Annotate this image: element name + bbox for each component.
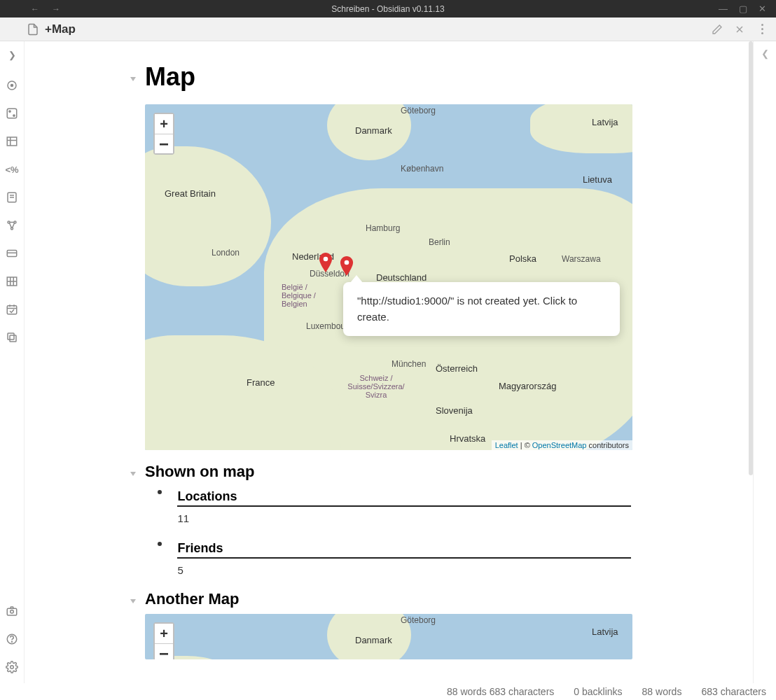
zoom-control: + − — [153, 622, 174, 659]
svg-rect-29 — [10, 335, 16, 342]
right-sidebar-collapsed: ❯ — [754, 41, 776, 683]
expand-sidebar-icon[interactable]: ❯ — [6, 48, 18, 61]
status-chars: 683 characters — [701, 686, 766, 697]
bullet-icon — [158, 542, 162, 546]
svg-point-15 — [11, 227, 13, 230]
status-bar: 88 words 683 characters 0 backlinks 88 w… — [0, 683, 776, 700]
status-wordcount-left: 88 words 683 characters — [447, 686, 554, 697]
card-icon[interactable] — [6, 247, 18, 260]
fold-icon[interactable] — [130, 599, 136, 603]
graph-icon[interactable] — [6, 219, 18, 232]
zoom-in-button[interactable]: + — [155, 624, 173, 643]
svg-line-16 — [9, 223, 11, 227]
scrollbar[interactable] — [749, 41, 753, 475]
svg-rect-7 — [7, 137, 17, 146]
svg-point-36 — [324, 257, 328, 262]
map-label: Lietuva — [583, 174, 612, 185]
table-icon[interactable] — [6, 135, 18, 148]
svg-point-2 — [11, 84, 14, 88]
list-item: Friends 5 — [158, 538, 632, 576]
popup-text: "http://studio1:9000/" is not created ye… — [357, 295, 577, 323]
bullet-icon — [158, 490, 162, 494]
section-value: 5 — [177, 564, 631, 576]
svg-point-35 — [11, 666, 14, 669]
target-icon[interactable] — [6, 79, 18, 92]
heading-map: Map — [145, 62, 632, 92]
svg-point-34 — [12, 641, 13, 642]
leaflet-map-2[interactable]: Göteborg Latvija Danmark + − — [145, 614, 632, 659]
heading-shown-on-map: Shown on map — [145, 463, 632, 481]
svg-rect-25 — [7, 306, 17, 314]
help-icon[interactable] — [6, 633, 18, 645]
minimize-icon[interactable]: — — [719, 4, 728, 14]
close-tab-icon[interactable] — [734, 24, 745, 35]
status-words: 88 words — [642, 686, 682, 697]
svg-line-17 — [13, 223, 15, 227]
window-title: Schreiben - Obsidian v0.11.13 — [331, 4, 444, 14]
gear-icon[interactable] — [6, 661, 18, 673]
maximize-icon[interactable]: ▢ — [739, 4, 747, 14]
svg-point-32 — [11, 610, 14, 614]
template-icon[interactable]: <% — [6, 163, 18, 176]
map-marker-icon[interactable] — [319, 253, 333, 267]
calendar-icon[interactable] — [6, 303, 18, 316]
tab-title: +Map — [45, 22, 76, 36]
svg-rect-30 — [8, 333, 14, 340]
fold-icon[interactable] — [130, 472, 136, 476]
map-label: København — [401, 164, 443, 174]
edit-icon[interactable] — [712, 24, 723, 35]
leaflet-map[interactable]: Great Britain Nederland Deutschland Pols… — [145, 104, 632, 450]
map-marker-icon[interactable] — [340, 256, 354, 270]
fold-icon[interactable] — [130, 77, 136, 81]
more-options-icon[interactable] — [756, 24, 768, 35]
map-label: Latvija — [592, 626, 618, 637]
camera-icon[interactable] — [6, 605, 18, 617]
osm-link[interactable]: OpenStreetMap — [532, 441, 587, 449]
window-titlebar: ← → Schreiben - Obsidian v0.11.13 — ▢ ✕ — [0, 0, 776, 18]
close-icon[interactable]: ✕ — [758, 4, 766, 14]
zoom-control: + − — [153, 113, 174, 155]
document-icon — [27, 23, 39, 36]
section-label: Friends — [177, 541, 631, 556]
section-value: 11 — [177, 512, 631, 524]
svg-point-5 — [9, 111, 11, 112]
nav-back-icon[interactable]: ← — [31, 4, 39, 14]
editor-pane: Map Great Britain Nederland Deutschland … — [24, 41, 754, 683]
board-icon[interactable] — [6, 275, 18, 288]
svg-rect-4 — [7, 108, 17, 118]
map-attribution: Leaflet | © OpenStreetMap contributors — [492, 440, 632, 450]
section-label: Locations — [177, 489, 631, 504]
expand-right-sidebar-icon[interactable]: ❯ — [761, 48, 769, 683]
tab-header: +Map — [0, 18, 776, 41]
zoom-out-button[interactable]: − — [155, 643, 173, 659]
sections-list: Locations 11 Friends 5 — [158, 486, 632, 576]
left-ribbon: ❯ <% — [0, 41, 24, 683]
zoom-out-button[interactable]: − — [155, 134, 173, 153]
nav-forward-icon[interactable]: → — [52, 4, 60, 14]
tag-icon[interactable] — [6, 191, 18, 204]
zoom-in-button[interactable]: + — [155, 114, 173, 134]
map-popup[interactable]: "http://studio1:9000/" is not created ye… — [343, 282, 620, 336]
heading-another-map: Another Map — [145, 590, 632, 608]
svg-point-37 — [345, 260, 349, 265]
copy-icon[interactable] — [6, 331, 18, 344]
leaflet-link[interactable]: Leaflet — [495, 441, 518, 449]
list-item: Locations 11 — [158, 486, 632, 524]
die-icon[interactable] — [6, 107, 18, 120]
svg-point-6 — [13, 115, 15, 116]
svg-rect-31 — [7, 608, 17, 615]
status-backlinks[interactable]: 0 backlinks — [574, 686, 622, 697]
